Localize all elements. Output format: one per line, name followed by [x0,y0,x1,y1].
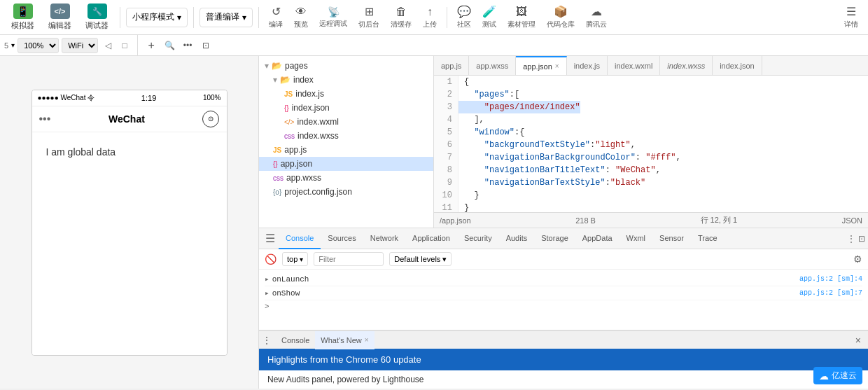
tab-index-wxml-label: index.wxml [615,62,652,70]
tab-app-json[interactable]: app.json × [516,56,566,76]
devtools-tab-audits[interactable]: Audits [499,228,535,249]
devtools-tab-sources[interactable]: Sources [321,228,363,249]
eye-icon: 👁 [295,6,307,18]
phone-nav-bar: ••• WeChat ⊙ [32,106,227,132]
app-json-icon: {} [273,160,278,168]
tree-item-pages[interactable]: ▾ 📂 pages [259,59,433,73]
status-path: /app.json [440,216,471,225]
console-filter-input[interactable] [314,252,384,266]
material-button[interactable]: 🖼 素材管理 [503,3,540,32]
default-levels-select[interactable]: Default levels ▾ [389,252,451,266]
pages-folder-label: pages [285,61,308,71]
more-button[interactable]: ••• [180,38,195,53]
tab-index-js[interactable]: index.js [567,56,608,76]
app-json-label: app.json [281,159,312,169]
code-repo-icon: 📦 [554,5,568,18]
app-js-icon: JS [273,146,281,154]
bottom-tab-whats-new[interactable]: What's New × [315,331,374,349]
code-repo-button[interactable]: 📦 代码仓库 [542,2,579,32]
file-tree-content: ▾ 📂 pages ▾ 📂 index JS index.js [259,56,433,228]
mode-select[interactable]: 小程序模式 ▾ [126,8,188,27]
tab-index-wxml[interactable]: index.wxml [608,56,660,76]
tab-index-json-label: index.json [720,62,755,70]
add-file-button[interactable]: + [144,38,159,53]
devtools-tab-wxml[interactable]: Wxml [620,228,653,249]
translate-select[interactable]: 普通编译 ▾ [200,8,253,27]
device-chevron-icon: ▾ [11,41,15,49]
separator-1 [120,7,120,28]
tree-item-index-js[interactable]: JS index.js [259,87,433,101]
tree-item-app-js[interactable]: JS app.js [259,143,433,157]
collapse-button[interactable]: ⊡ [198,38,214,53]
close-whats-new-icon[interactable]: × [365,336,369,344]
index-wxml-label: index.wxml [297,117,338,127]
clear-cache-button[interactable]: 🗑 清缓存 [386,3,416,32]
bottom-section: ⋮ Console What's New × × Highlights from… [259,330,868,389]
tree-item-index-folder[interactable]: ▾ 📂 index [259,73,433,87]
devtools-menu-icon[interactable]: ☰ [262,230,279,247]
devtools-tab-appdata[interactable]: AppData [575,228,620,249]
tab-app-js[interactable]: app.js [434,56,469,76]
close-bottom-panel-icon[interactable]: × [851,335,865,346]
index-json-label: index.json [292,103,330,113]
code-repo-label: 代码仓库 [547,20,575,29]
devtools-tab-storage[interactable]: Storage [534,228,575,249]
tree-item-app-json[interactable]: {} app.json [259,157,433,171]
simulator-button[interactable]: 📱 模拟器 [6,1,40,34]
tab-app-wxss[interactable]: app.wxss [469,56,516,76]
details-button[interactable]: ☰ 详情 [840,2,862,32]
devtools-more-icon[interactable]: ⋮ [847,234,855,244]
tab-app-json-label: app.json [523,62,552,71]
context-chevron-icon: ▾ [300,256,303,263]
devtools-expand-icon[interactable]: ⊡ [858,234,865,244]
debugger-button[interactable]: 🔧 调试器 [80,1,114,34]
console-log-onlaunch-source[interactable]: app.js:2 [sm]:4 [799,275,862,283]
upload-button[interactable]: ↑ 上传 [419,3,441,32]
bottom-tab-console[interactable]: Console [276,331,315,349]
tree-item-index-json[interactable]: {} index.json [259,101,433,115]
test-button[interactable]: 🧪 测试 [478,2,500,32]
bottom-tabs-menu-icon[interactable]: ⋮ [262,335,272,346]
console-settings-icon[interactable]: ⚙ [853,253,862,265]
devtools-tab-sources-label: Sources [328,234,356,242]
refresh-button[interactable]: ↺ 编译 [265,2,287,32]
context-select[interactable]: top ▾ [282,252,308,266]
console-log-onshow-source[interactable]: app.js:2 [sm]:7 [799,289,862,297]
devtools-tab-sensor[interactable]: Sensor [652,228,691,249]
community-button[interactable]: 💬 社区 [453,2,475,32]
main-area: ●●●●● WeChat 令 1:19 100% ••• WeChat ⊙ I … [0,56,868,389]
nav-window-button[interactable]: □ [118,39,132,53]
preview-button[interactable]: 👁 预览 [290,3,312,32]
tree-item-project-config[interactable]: {o} project.config.json [259,185,433,199]
tree-item-index-wxss[interactable]: css index.wxss [259,129,433,143]
tree-item-app-wxss[interactable]: css app.wxss [259,171,433,185]
remote-icon: 📡 [328,6,340,18]
zoom-select[interactable]: 100% [18,38,59,53]
devtools-tab-console[interactable]: Console [279,228,321,249]
tab-index-wxss[interactable]: index.wxss [660,56,713,76]
bottom-tab-whats-new-label: What's New [321,336,361,344]
search-button[interactable]: 🔍 [162,38,177,53]
devtools-tab-security[interactable]: Security [457,228,499,249]
devtools-tab-wxml-label: Wxml [626,234,646,242]
editor-button[interactable]: </> 编辑器 [43,1,77,34]
tree-item-index-wxml[interactable]: </> index.wxml [259,115,433,129]
network-select[interactable]: WiFi [62,38,98,53]
cut-screen-button[interactable]: ⊞ 切后台 [354,2,384,32]
tab-index-json[interactable]: index.json [713,56,762,76]
devtools-toolbar: 🚫 top ▾ Default levels ▾ ⚙ [259,249,868,270]
test-icon: 🧪 [482,5,496,18]
close-tab-icon[interactable]: × [555,62,559,70]
second-toolbar: 5 ▾ 100% WiFi ◁ □ + 🔍 ••• ⊡ [0,35,868,56]
devtools-clear-icon[interactable]: 🚫 [265,253,276,265]
nav-left-button[interactable]: ◁ [101,39,115,53]
remote-debug-button[interactable]: 📡 远程调试 [315,4,351,32]
app-wxss-label: app.wxss [286,173,321,183]
devtools-tab-application[interactable]: Application [405,228,457,249]
index-js-label: index.js [295,89,324,99]
upload-label: 上传 [423,20,437,29]
console-log-onshow: ▸ onShow app.js:2 [sm]:7 [265,286,862,300]
tencent-cloud-button[interactable]: ☁ 腾讯云 [582,2,611,32]
devtools-tab-trace[interactable]: Trace [691,228,724,249]
devtools-tab-network[interactable]: Network [363,228,405,249]
